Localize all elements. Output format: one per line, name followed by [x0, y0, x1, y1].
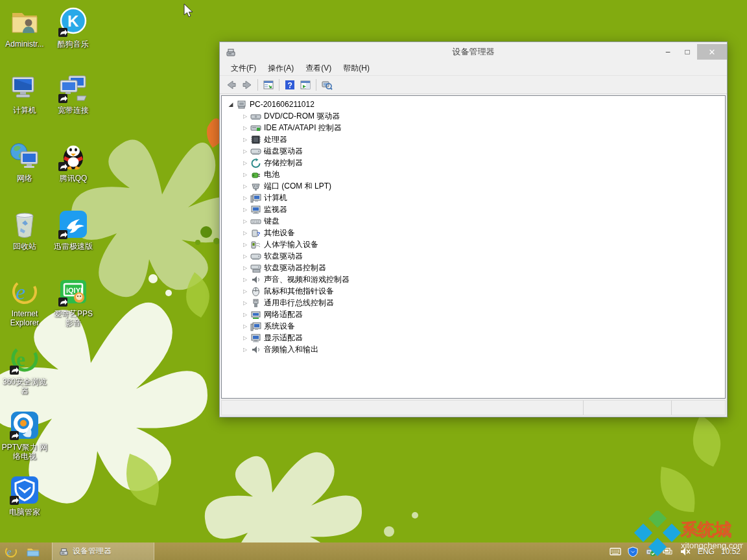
desktop-icon-administrator-folder[interactable]: Administr...: [1, 6, 48, 49]
expander-collapsed-icon[interactable]: ▷: [241, 347, 249, 353]
taskbar-file-explorer-icon[interactable]: [22, 542, 44, 560]
tree-item-mouse[interactable]: ▷鼠标和其他指针设备: [222, 285, 725, 297]
network-status-icon[interactable]: [662, 546, 674, 557]
desktop-icon-computer[interactable]: 计算机: [1, 73, 48, 115]
expander-collapsed-icon[interactable]: ▷: [241, 160, 249, 166]
ide-controller-icon: [250, 123, 261, 133]
scan-hardware-icon[interactable]: [319, 78, 335, 92]
desktop-icon-internet-explorer[interactable]: eInternet Explorer: [1, 276, 48, 327]
tree-item-ide-controller[interactable]: ▷IDE ATA/ATAPI 控制器: [222, 122, 725, 134]
action-pane-icon[interactable]: [298, 78, 313, 92]
expander-collapsed-icon[interactable]: ▷: [241, 172, 249, 178]
expander-collapsed-icon[interactable]: ▷: [241, 288, 249, 294]
tree-item-keyboard[interactable]: ▷键盘: [222, 215, 725, 227]
desktop-icon-pc-manager[interactable]: 电脑管家: [1, 474, 48, 517]
desktop-icon-tencent-qq[interactable]: 腾讯QQ: [50, 141, 97, 183]
tree-item-battery[interactable]: ▷电池: [222, 169, 725, 180]
desktop-icon-label: Administr...: [1, 40, 48, 49]
expander-collapsed-icon[interactable]: ▷: [241, 125, 249, 131]
tree-item-monitor[interactable]: ▷监视器: [222, 204, 725, 215]
tree-item-system-devices[interactable]: ▷系统设备: [222, 320, 725, 332]
menu-action[interactable]: 操作(A): [262, 62, 300, 75]
forward-icon[interactable]: [239, 78, 255, 92]
expander-collapsed-icon[interactable]: ▷: [241, 253, 249, 259]
sound-controller-icon: [250, 275, 261, 285]
tree-item-floppy-controller[interactable]: ▷软盘驱动器控制器: [222, 262, 725, 274]
tree-item-ports[interactable]: ▷端口 (COM 和 LPT): [222, 180, 725, 192]
tree-item-sound-controller[interactable]: ▷声音、视频和游戏控制器: [222, 274, 725, 285]
expander-collapsed-icon[interactable]: ▷: [241, 277, 249, 283]
desktop-icon-pptv[interactable]: PPTV聚力 网络电视: [1, 410, 48, 461]
desktop-icon-label: 360安全浏览器: [1, 377, 48, 395]
expander-collapsed-icon[interactable]: ▷: [241, 148, 249, 154]
console-tree-icon[interactable]: [261, 78, 276, 92]
tree-item-computer[interactable]: ▷计算机: [222, 192, 725, 204]
desktop-icon-broadband-connection[interactable]: 宽带连接: [50, 73, 97, 115]
desktop-icon-iqiyi-pps[interactable]: iQIYI爱奇艺PPS 影音: [50, 276, 97, 327]
tree-item-label: 通用串行总线控制器: [264, 298, 334, 309]
desktop-icon-360-browser[interactable]: e360安全浏览器: [1, 344, 48, 395]
expander-collapsed-icon[interactable]: ▷: [241, 312, 249, 318]
tree-item-other-devices[interactable]: ▷?其他设备: [222, 227, 725, 239]
tree-item-label: 声音、视频和游戏控制器: [264, 274, 350, 285]
volume-muted-icon[interactable]: [680, 546, 691, 557]
taskbar-internet-explorer-icon[interactable]: e: [0, 542, 22, 560]
360-browser-icon: e: [9, 344, 40, 375]
tree-root-computer[interactable]: ◢ PC-201606211012: [222, 99, 725, 110]
desktop-icon-network[interactable]: 网络: [1, 141, 48, 183]
tree-item-network-adapter[interactable]: ▷网络适配器: [222, 309, 725, 320]
ports-icon: [250, 181, 261, 191]
close-button[interactable]: ✕: [697, 44, 727, 60]
desktop-icon-xunlei-speed[interactable]: 迅雷极速版: [50, 209, 97, 251]
touch-keyboard-icon[interactable]: [610, 546, 621, 557]
shortcut-arrow-icon: [10, 431, 19, 440]
tree-item-audio-io[interactable]: ▷音频输入和输出: [222, 344, 725, 355]
desktop-icon-kugou-music[interactable]: K酷狗音乐: [50, 6, 97, 49]
system-devices-icon: [250, 321, 261, 331]
desktop-icon-recycle-bin[interactable]: 回收站: [1, 209, 48, 251]
expander-collapsed-icon[interactable]: ▷: [241, 300, 249, 306]
network-icon: [9, 141, 40, 172]
back-icon[interactable]: [224, 78, 239, 92]
toolbar-separator: [316, 79, 316, 91]
security-shield-icon[interactable]: [627, 546, 639, 557]
toolbar-separator: [257, 79, 258, 91]
menu-view[interactable]: 查看(V): [300, 62, 337, 75]
expander-collapsed-icon[interactable]: ▷: [241, 218, 249, 224]
tree-item-dvd-drive[interactable]: ▷DVD/CD-ROM 驱动器: [222, 110, 725, 122]
expander-collapsed-icon[interactable]: ▷: [241, 137, 249, 143]
clock[interactable]: 10:52: [721, 547, 741, 556]
tree-item-display-adapter[interactable]: ▷显示适配器: [222, 332, 725, 344]
menu-file[interactable]: 文件(F): [225, 62, 262, 75]
disk-drive-icon: [250, 146, 261, 156]
desktop-icon-label: 网络: [1, 174, 48, 183]
help-icon[interactable]: ?: [282, 78, 298, 92]
maximize-button[interactable]: □: [678, 44, 697, 60]
expander-collapsed-icon[interactable]: ▷: [241, 323, 249, 329]
minimize-button[interactable]: –: [658, 44, 678, 60]
expander-collapsed-icon[interactable]: ▷: [241, 113, 249, 119]
tree-item-processor[interactable]: ▷处理器: [222, 134, 725, 145]
tree-item-storage-controller[interactable]: ▷存储控制器: [222, 157, 725, 169]
language-indicator[interactable]: ENG: [698, 547, 715, 556]
tree-item-floppy-drive[interactable]: ▷软盘驱动器: [222, 250, 725, 262]
expander-collapsed-icon[interactable]: ▷: [241, 183, 249, 189]
expander-collapsed-icon[interactable]: ▷: [241, 242, 249, 248]
tree-item-label: 键盘: [264, 216, 279, 227]
expander-collapsed-icon[interactable]: ▷: [241, 265, 249, 271]
tree-item-hid[interactable]: ▷人体学输入设备: [222, 239, 725, 250]
tencent-qq-icon: [58, 141, 89, 172]
expander-collapsed-icon[interactable]: ▷: [241, 207, 249, 213]
display-adapter-icon: [250, 333, 261, 343]
expander-collapsed-icon[interactable]: ▷: [241, 335, 249, 341]
tree-item-label: 鼠标和其他指针设备: [264, 286, 334, 297]
menu-help[interactable]: 帮助(H): [337, 62, 375, 75]
taskbar-task-device-manager[interactable]: 设备管理器: [52, 542, 154, 560]
usb-controller-icon: [250, 298, 261, 308]
expander-expanded-icon[interactable]: ◢: [227, 101, 235, 108]
tree-item-usb-controller[interactable]: ▷通用串行总线控制器: [222, 297, 725, 309]
tree-item-disk-drive[interactable]: ▷磁盘驱动器: [222, 145, 725, 157]
expander-collapsed-icon[interactable]: ▷: [241, 230, 249, 236]
usb-device-icon[interactable]: [645, 546, 656, 557]
expander-collapsed-icon[interactable]: ▷: [241, 195, 249, 201]
